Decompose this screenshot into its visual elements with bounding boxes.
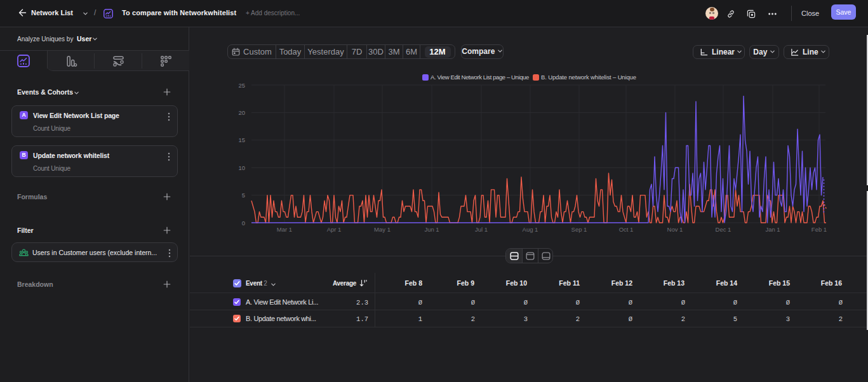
svg-text:Apr 1: Apr 1 [327, 226, 342, 233]
svg-text:15: 15 [238, 136, 245, 143]
svg-text:Oct 1: Oct 1 [619, 226, 634, 233]
svg-text:20: 20 [238, 109, 245, 116]
svg-text:Jul 1: Jul 1 [475, 226, 488, 233]
svg-text:Sep 1: Sep 1 [571, 226, 587, 233]
svg-text:10: 10 [238, 164, 245, 171]
svg-text:Aug 1: Aug 1 [523, 226, 538, 233]
svg-text:25: 25 [238, 82, 245, 89]
svg-text:Jun 1: Jun 1 [424, 226, 439, 233]
svg-text:Mar 1: Mar 1 [277, 226, 292, 233]
svg-text:Jan 1: Jan 1 [765, 226, 780, 233]
svg-text:5: 5 [242, 192, 245, 199]
svg-text:0: 0 [242, 220, 245, 227]
svg-text:Dec 1: Dec 1 [716, 226, 731, 233]
svg-text:Feb 1: Feb 1 [811, 226, 827, 233]
svg-text:Nov 1: Nov 1 [667, 226, 683, 233]
svg-text:May 1: May 1 [374, 226, 391, 233]
